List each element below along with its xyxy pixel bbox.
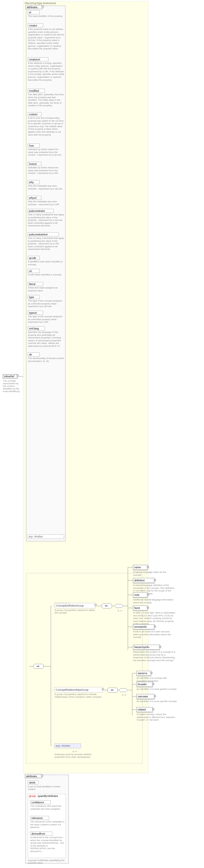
attr-desc: The date (and, optionally, the time) whe… [28, 93, 64, 107]
concept-definition-group: ConceptDefinitionGroup [55, 603, 96, 608]
elem-desc: An identifier of a more specific concept… [137, 700, 177, 703]
attr-desc: If set to true the corresponding propert… [28, 117, 64, 136]
attributes-label-2: attributes [26, 775, 37, 778]
attr-desc: Indicates by which means the value was e… [28, 166, 64, 175]
qattr-keyword: group [29, 795, 36, 798]
svg-text:•••: ••• [105, 604, 108, 608]
svg-text:typeuri: typeuri [29, 311, 37, 314]
ext-desc: Extension point for provider-defined pro… [55, 753, 92, 758]
svg-text:qcode: qcode [29, 256, 36, 259]
choice-cdg [115, 604, 123, 608]
svg-text:id: id [29, 11, 31, 14]
attr-desc: One or many constraints that apply to pu… [28, 237, 64, 251]
svg-text:•••: ••• [37, 665, 39, 668]
attr-desc: A free-text value assigned as property v… [28, 286, 64, 292]
svg-text:•••: ••• [111, 689, 113, 691]
svg-text:sameAs: sameAs [138, 672, 147, 675]
svg-text:pubconstrainturi: pubconstrainturi [29, 233, 48, 236]
svg-text:literal: literal [29, 283, 35, 285]
elem-desc: An identifier of a more generic concept. [137, 688, 177, 691]
attr-desc: One or many constraints that apply to pu… [28, 213, 64, 227]
svg-text:broader: broader [138, 683, 147, 686]
attr-desc: The local identifier of the property. [28, 15, 64, 18]
attr-desc: The directionality of textual content (e… [28, 357, 64, 363]
svg-text:why: why [29, 181, 34, 184]
qattr-title: quantifyAttributes [38, 795, 58, 798]
svg-text:modified: modified [29, 89, 39, 92]
attr-creator: creatorIf the property value is not defi… [28, 24, 64, 55]
extension-title: Flex1PropType (extension) [25, 2, 56, 5]
svg-text:pubconstraint: pubconstraint [29, 210, 45, 212]
attr-desc: The type of the concept assigned as cont… [28, 300, 64, 308]
idrefs-attr: idrefs [29, 781, 36, 784]
root-desc: The concept represented by the content i… [3, 380, 21, 393]
attr-desc: Indicates by which means the value was e… [28, 148, 64, 156]
qattr-desc: The confidence with which the metadata h… [30, 805, 64, 810]
svg-text:definition: definition [134, 579, 145, 582]
svg-text:facet: facet [134, 607, 140, 610]
root-element: inlineRef [3, 374, 19, 378]
svg-text:confidence: confidence [31, 801, 44, 804]
attr-desc: Why the metadata has been included - exp… [28, 185, 64, 190]
svg-text:howuri: howuri [29, 162, 37, 165]
idrefs-desc: A set of local identifiers of inline con… [28, 785, 63, 790]
cdg-card: 0..∞ [118, 610, 122, 612]
svg-text:0..∞: 0..∞ [72, 750, 77, 753]
diagram-canvas: Flex1PropType (extension) inlineRef The … [0, 0, 204, 868]
crg-card: 0..∞ [122, 693, 126, 696]
svg-text:ConceptRelationshipsGroup: ConceptRelationshipsGroup [56, 688, 89, 691]
attr-desc: Why the metadata has been included - exp… [28, 200, 64, 206]
attr-desc: A qualified code which identifies a conc… [28, 260, 64, 266]
svg-text:relevance: relevance [31, 817, 43, 819]
elem-desc: Additional natural language information … [133, 598, 175, 604]
svg-text:note: note [134, 593, 140, 596]
attr-custom: customIf set to true the corresponding p… [28, 112, 64, 141]
attr-desc: A URI which identifies a concept. [28, 273, 64, 276]
elem-desc: Represents the position of a concept in … [133, 651, 175, 662]
svg-text:type: type [29, 296, 34, 299]
elem-desc: In NAR 1.8 and later: facet is deprecate… [133, 612, 175, 625]
qattr-desc: The relevance of the metadata to the new… [30, 820, 64, 829]
svg-text:creatoruri: creatoruri [29, 58, 40, 61]
concept-relationships-group: ConceptRelationshipsGroup [55, 687, 104, 692]
svg-text:derivedfrom: derivedfrom [31, 832, 45, 835]
elem-desc: A natural language name for the concept. [133, 571, 175, 576]
crg-desc: A group of properties required to indica… [55, 693, 103, 698]
attr-desc: The type of the concept assigned as cont… [28, 315, 64, 323]
svg-text:uri: uri [29, 270, 32, 273]
any-other-1: any: ##other [28, 535, 43, 538]
qattr-desc: A reference to the concept from which th… [30, 836, 64, 853]
cdg-desc: A group of properties required to define… [55, 609, 95, 614]
qattr-desc: A group of attributes quantifying the pr… [28, 859, 67, 864]
attr-desc: If the attribute is empty, specifies whi… [28, 62, 64, 81]
svg-text:how: how [29, 144, 34, 147]
svg-text:related: related [138, 708, 146, 711]
svg-text:any: ##other: any: ##other [56, 744, 70, 747]
attr-desc: Specifies the language of this property … [28, 331, 64, 348]
svg-text:xml:lang: xml:lang [29, 327, 39, 330]
attr-creatoruri: creatoruriIf the attribute is empty, spe… [28, 58, 64, 87]
svg-text:remoteInfo: remoteInfo [134, 625, 147, 628]
svg-text:narrower: narrower [138, 695, 148, 698]
svg-text:whyuri: whyuri [29, 196, 37, 199]
svg-text:dir: dir [29, 353, 32, 356]
choice-crg [119, 688, 127, 692]
attr-desc: If the property value is not defined, sp… [28, 28, 64, 50]
elem-desc: An identifier of a concept with equivale… [137, 677, 177, 682]
elem-desc: A link to an event in a web resource whi… [133, 630, 175, 639]
elem-desc: A related concept, where the relationshi… [137, 713, 177, 721]
svg-text:custom: custom [29, 113, 37, 116]
svg-text:ConceptDefinitionGroup: ConceptDefinitionGroup [56, 604, 84, 607]
attributes-label: attributes [27, 6, 38, 9]
svg-text:inlineRef: inlineRef [4, 375, 14, 378]
svg-text:hierarchyInfo: hierarchyInfo [134, 646, 149, 649]
svg-text:name: name [134, 566, 141, 569]
svg-text:creator: creator [29, 24, 37, 27]
